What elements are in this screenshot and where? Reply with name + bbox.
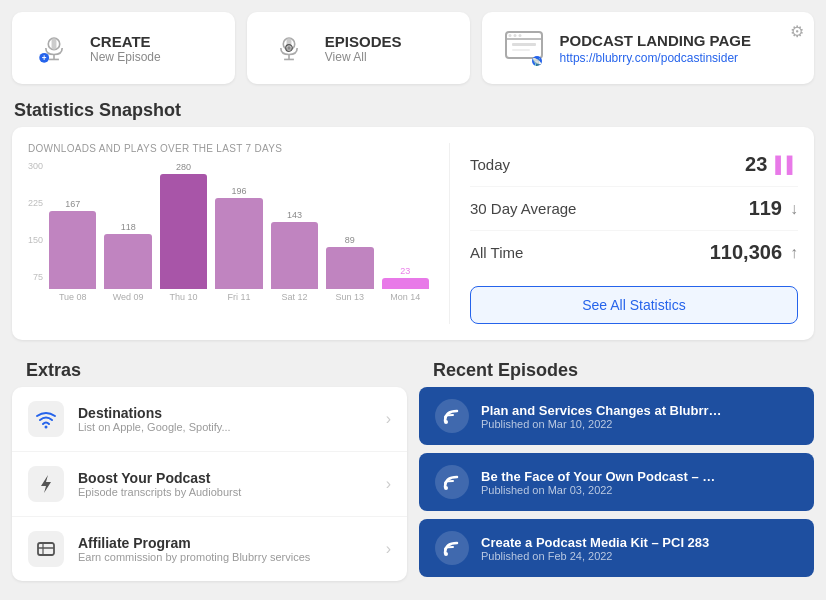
episodes-card[interactable]: EPISODES View All <box>247 12 470 84</box>
svg-text:+: + <box>42 54 47 63</box>
y-axis: 300 225 150 75 <box>28 162 43 282</box>
episode-rss-icon-0 <box>435 399 469 433</box>
episode-item-1[interactable]: Be the Face of Your Own Podcast – … Publ… <box>419 453 814 511</box>
gear-button[interactable]: ⚙ <box>790 22 804 41</box>
create-card-title: CREATE <box>90 33 161 50</box>
extras-item-boost[interactable]: Boost Your Podcast Episode transcripts b… <box>12 452 407 517</box>
y-label-75: 75 <box>28 273 43 282</box>
episode-date-2: Published on Feb 24, 2022 <box>481 550 798 562</box>
create-icon: + <box>32 26 76 70</box>
y-label-225: 225 <box>28 199 43 208</box>
bar-5 <box>326 247 373 289</box>
episodes-section-title: Recent Episodes <box>419 352 814 387</box>
bar-val-0: 167 <box>65 199 80 209</box>
svg-point-15 <box>513 34 516 37</box>
chevron-right-icon-1: › <box>386 475 391 493</box>
episode-item-2[interactable]: Create a Podcast Media Kit – PCI 283 Pub… <box>419 519 814 577</box>
landing-card-title: PODCAST LANDING PAGE <box>560 32 751 49</box>
extras-item-destinations[interactable]: Destinations List on Apple, Google, Spot… <box>12 387 407 452</box>
landing-card-text: PODCAST LANDING PAGE https://blubrry.com… <box>560 32 751 65</box>
svg-text:📡: 📡 <box>532 57 542 66</box>
stat-label-today: Today <box>470 156 510 173</box>
bar-day-4: Sat 12 <box>281 292 307 302</box>
extras-item-affiliate[interactable]: Affiliate Program Earn commission by pro… <box>12 517 407 581</box>
bar-6 <box>382 278 429 289</box>
svg-point-21 <box>45 426 48 429</box>
create-card-text: CREATE New Episode <box>90 33 161 64</box>
stat-value-alltime: 110,306 <box>710 241 782 264</box>
bar-val-1: 118 <box>121 222 136 232</box>
episodes-card-text: EPISODES View All <box>325 33 402 64</box>
y-label-300: 300 <box>28 162 43 171</box>
statistics-section-title: Statistics Snapshot <box>0 92 826 127</box>
episode-text-1: Be the Face of Your Own Podcast – … Publ… <box>481 469 798 496</box>
svg-rect-17 <box>512 43 536 46</box>
svg-point-26 <box>444 420 448 424</box>
episode-date-0: Published on Mar 10, 2022 <box>481 418 798 430</box>
chart-label: DOWNLOADS AND PLAYS OVER THE LAST 7 DAYS <box>28 143 429 154</box>
episode-item-0[interactable]: Plan and Services Changes at Blubrr… Pub… <box>419 387 814 445</box>
episodes-icon <box>267 26 311 70</box>
bar-val-6: 23 <box>400 266 410 276</box>
extras-column: Extras Destinations List on Apple, Googl… <box>12 352 407 585</box>
svg-rect-1 <box>52 38 57 49</box>
stat-row-30day: 30 Day Average 119 ↓ <box>470 187 798 231</box>
create-card[interactable]: + CREATE New Episode <box>12 12 235 84</box>
bar-col-0: 167 Tue 08 <box>49 162 96 302</box>
bar-col-2: 280 Thu 10 <box>160 162 207 302</box>
bar-col-3: 196 Fri 11 <box>215 162 262 302</box>
episode-title-2: Create a Podcast Media Kit – PCI 283 <box>481 535 798 550</box>
bottom-area: Extras Destinations List on Apple, Googl… <box>0 352 826 597</box>
extras-boost-text: Boost Your Podcast Episode transcripts b… <box>78 470 372 498</box>
stat-value-alltime-area: 110,306 ↑ <box>710 241 798 264</box>
statistics-card: DOWNLOADS AND PLAYS OVER THE LAST 7 DAYS… <box>12 127 814 340</box>
bar-val-2: 280 <box>176 162 191 172</box>
extras-boost-sub: Episode transcripts by Audioburst <box>78 486 372 498</box>
bar-4 <box>271 222 318 289</box>
pulse-icon: ▌▌ <box>775 156 798 174</box>
episode-rss-icon-2 <box>435 531 469 565</box>
episode-text-0: Plan and Services Changes at Blubrr… Pub… <box>481 403 798 430</box>
extras-destinations-text: Destinations List on Apple, Google, Spot… <box>78 405 372 433</box>
stat-row-today: Today 23 ▌▌ <box>470 143 798 187</box>
up-arrow-icon: ↑ <box>790 244 798 262</box>
chevron-right-icon-2: › <box>386 540 391 558</box>
y-label-150: 150 <box>28 236 43 245</box>
svg-point-14 <box>508 34 511 37</box>
extras-destinations-sub: List on Apple, Google, Spotify... <box>78 421 372 433</box>
create-card-subtitle: New Episode <box>90 50 161 64</box>
extras-destinations-title: Destinations <box>78 405 372 421</box>
bolt-icon <box>28 466 64 502</box>
episode-date-1: Published on Mar 03, 2022 <box>481 484 798 496</box>
stat-row-alltime: All Time 110,306 ↑ <box>470 231 798 274</box>
episodes-card-title: EPISODES <box>325 33 402 50</box>
bar-col-6: 23 Mon 14 <box>382 162 429 302</box>
wifi-icon <box>28 401 64 437</box>
extras-affiliate-text: Affiliate Program Earn commission by pro… <box>78 535 372 563</box>
landing-card-link[interactable]: https://blubrry.com/podcastinsider <box>560 51 739 65</box>
extras-card: Destinations List on Apple, Google, Spot… <box>12 387 407 581</box>
bar-day-2: Thu 10 <box>170 292 198 302</box>
svg-point-11 <box>287 46 290 49</box>
bar-val-4: 143 <box>287 210 302 220</box>
see-all-button[interactable]: See All Statistics <box>470 286 798 324</box>
bar-col-5: 89 Sun 13 <box>326 162 373 302</box>
bar-col-1: 118 Wed 09 <box>104 162 151 302</box>
stat-label-30day: 30 Day Average <box>470 200 576 217</box>
bar-day-0: Tue 08 <box>59 292 87 302</box>
stats-right: Today 23 ▌▌ 30 Day Average 119 ↓ All Tim… <box>449 143 798 324</box>
svg-rect-18 <box>512 49 530 51</box>
bar-col-4: 143 Sat 12 <box>271 162 318 302</box>
extras-affiliate-sub: Earn commission by promoting Blubrry ser… <box>78 551 372 563</box>
stat-value-today-area: 23 ▌▌ <box>745 153 798 176</box>
extras-affiliate-title: Affiliate Program <box>78 535 372 551</box>
stat-value-today: 23 <box>745 153 767 176</box>
bar-2 <box>160 174 207 289</box>
episode-title-0: Plan and Services Changes at Blubrr… <box>481 403 798 418</box>
stat-value-30day: 119 <box>749 197 782 220</box>
landing-card[interactable]: ⚙ 📡 PODCAST LANDING PAGE https://blubrry… <box>482 12 814 84</box>
bar-1 <box>104 234 151 289</box>
bar-day-3: Fri 11 <box>228 292 251 302</box>
bar-day-6: Mon 14 <box>390 292 420 302</box>
svg-rect-23 <box>38 543 54 555</box>
